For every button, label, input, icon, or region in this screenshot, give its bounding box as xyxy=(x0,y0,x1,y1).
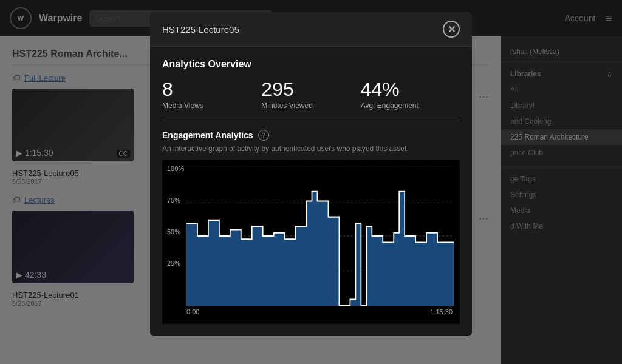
media-views-value: 8 xyxy=(162,79,261,99)
chart-x-labels: 0:00 1:15:30 xyxy=(168,306,454,315)
y-label-50: 50% xyxy=(167,228,180,235)
analytics-modal: HST225-Lecture05 ✕ Analytics Overview 8 … xyxy=(150,12,472,336)
modal-title: HST225-Lecture05 xyxy=(162,24,239,35)
minutes-viewed-value: 295 xyxy=(261,79,360,99)
help-icon[interactable]: ? xyxy=(258,130,269,141)
x-label-end: 1:15:30 xyxy=(430,308,453,315)
stat-minutes-viewed: 295 Minutes Viewed xyxy=(261,79,360,110)
engagement-header: Engagement Analytics ? xyxy=(162,130,460,141)
modal-close-button[interactable]: ✕ xyxy=(443,21,460,38)
media-views-label: Media Views xyxy=(162,101,261,110)
engagement-chart: 100% 75% 50% 25% xyxy=(162,160,460,324)
modal-overlay[interactable]: HST225-Lecture05 ✕ Analytics Overview 8 … xyxy=(0,0,622,364)
chart-svg xyxy=(186,166,454,306)
avg-engagement-value: 44% xyxy=(361,79,460,99)
y-label-75: 75% xyxy=(167,197,180,204)
avg-engagement-label: Avg. Engagement xyxy=(361,101,460,110)
stats-row: 8 Media Views 295 Minutes Viewed 44% Avg… xyxy=(162,79,460,110)
stat-media-views: 8 Media Views xyxy=(162,79,261,110)
analytics-overview-title: Analytics Overview xyxy=(162,59,460,70)
x-label-start: 0:00 xyxy=(186,308,199,315)
y-label-25: 25% xyxy=(167,260,180,267)
modal-body: Analytics Overview 8 Media Views 295 Min… xyxy=(150,47,472,336)
minutes-viewed-label: Minutes Viewed xyxy=(261,101,360,110)
stat-avg-engagement: 44% Avg. Engagement xyxy=(361,79,460,110)
engagement-title: Engagement Analytics xyxy=(162,130,253,140)
engagement-description: An interactive graph of activity by auth… xyxy=(162,144,460,153)
modal-divider xyxy=(162,120,460,120)
modal-header: HST225-Lecture05 ✕ xyxy=(150,12,472,47)
chart-fill xyxy=(186,192,454,306)
y-label-100: 100% xyxy=(167,165,184,172)
